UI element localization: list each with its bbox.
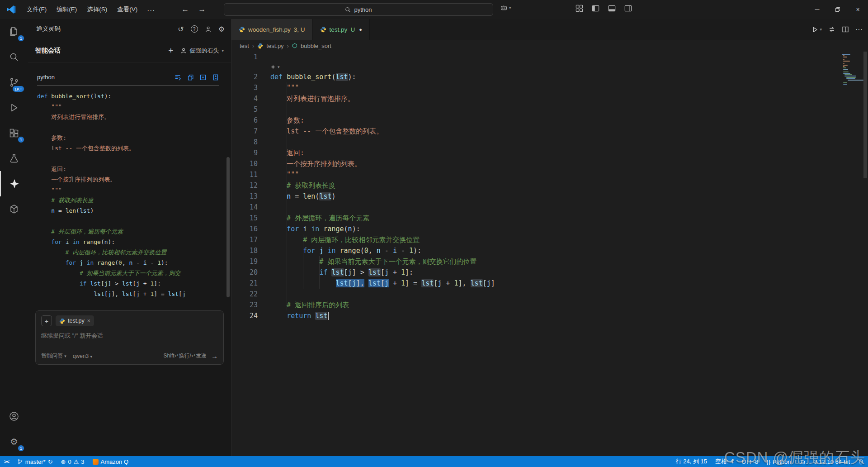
- help-icon[interactable]: ?: [191, 25, 198, 33]
- code-line[interactable]: 11 """: [231, 169, 842, 180]
- encoding-status[interactable]: UTF-8: [737, 456, 762, 467]
- code-line[interactable]: 2def bubble_sort(lst):: [231, 71, 842, 82]
- sidebar-item-run-debug[interactable]: [0, 95, 28, 120]
- copilot-menu[interactable]: ▾: [500, 4, 511, 11]
- code-line[interactable]: 3 """: [231, 82, 842, 93]
- tab-wooden-fish-py[interactable]: wooden_fish.py 3, U: [231, 19, 313, 40]
- dirty-indicator-icon[interactable]: ●: [359, 27, 362, 32]
- code-line[interactable]: 8: [231, 137, 842, 148]
- user-menu[interactable]: 倔强的石头 ▾: [180, 47, 224, 55]
- sidebar-item-testing[interactable]: [0, 146, 28, 171]
- python-interpreter-status[interactable]: 3.12.10 64-bit: [810, 456, 854, 467]
- close-icon[interactable]: ×: [848, 0, 868, 19]
- menu-selection[interactable]: 选择(S): [82, 3, 112, 16]
- amazon-q-status[interactable]: Amazon Q: [89, 456, 132, 467]
- menu-edit[interactable]: 编辑(E): [52, 3, 82, 16]
- restore-icon[interactable]: [827, 0, 848, 19]
- code-line[interactable]: 19 # 如果当前元素大于下一个元素，则交换它们的位置: [231, 256, 842, 267]
- sidebar-item-lingma[interactable]: [0, 171, 28, 196]
- remote-indicator[interactable]: ><: [0, 456, 13, 467]
- code-line[interactable]: 13 n = len(lst): [231, 191, 842, 202]
- code-line[interactable]: 18 for j in range(0, n - i - 1):: [231, 245, 842, 256]
- language-mode-status[interactable]: {} Python: [762, 456, 795, 467]
- code-line[interactable]: 14: [231, 202, 842, 213]
- scrollbar-thumb[interactable]: [863, 52, 867, 178]
- minimize-icon[interactable]: ─: [807, 0, 827, 19]
- toggle-secondary-sidebar-icon[interactable]: [624, 4, 632, 13]
- new-session-icon[interactable]: +: [168, 46, 173, 56]
- code-line[interactable]: 1: [231, 52, 842, 62]
- history-icon[interactable]: ↺: [178, 25, 184, 33]
- tab-smart-session[interactable]: 智能会话: [35, 47, 168, 55]
- breadcrumb-folder[interactable]: test: [240, 43, 249, 49]
- sidebar-item-source-control[interactable]: 1K+: [0, 70, 28, 95]
- notifications-bell[interactable]: [854, 456, 868, 467]
- sidebar-item-remote-explorer[interactable]: [0, 196, 28, 222]
- code-line[interactable]: 23 # 返回排序后的列表: [231, 300, 842, 310]
- chip-close-icon[interactable]: ×: [87, 318, 90, 324]
- minimap[interactable]: [842, 52, 863, 85]
- code-line[interactable]: 24 return lst: [231, 310, 842, 321]
- insert-at-cursor-icon[interactable]: [174, 74, 181, 81]
- add-context-button[interactable]: +: [41, 315, 52, 326]
- chevron-down-icon[interactable]: ▾: [278, 65, 280, 69]
- split-editor-icon[interactable]: [842, 26, 849, 33]
- menu-file[interactable]: 文件(F): [22, 3, 52, 16]
- sidebar-code-lines[interactable]: def bubble_sort(lst): """ 对列表进行冒泡排序。 参数:…: [37, 86, 219, 299]
- code-line[interactable]: 7 lst -- 一个包含整数的列表。: [231, 126, 842, 137]
- code-line[interactable]: 20 if lst[j] > lst[j + 1]:: [231, 267, 842, 278]
- settings-gear-icon[interactable]: ⚙ 1: [0, 429, 28, 454]
- customize-layout-icon[interactable]: [575, 4, 584, 13]
- indentation-status[interactable]: 空格: 4: [711, 456, 737, 467]
- code-line[interactable]: 5: [231, 104, 842, 115]
- toggle-sidebar-icon[interactable]: [591, 4, 600, 13]
- breadcrumb-symbol[interactable]: bubble_sort: [301, 43, 331, 49]
- code-line[interactable]: 15 # 外层循环，遍历每个元素: [231, 213, 842, 224]
- tab-test-py[interactable]: test.py U ●: [313, 19, 370, 40]
- command-center-search[interactable]: python: [224, 3, 493, 16]
- menu-view[interactable]: 查看(V): [112, 3, 142, 16]
- lingma-codelens-icon[interactable]: [270, 64, 276, 70]
- editor-code-area[interactable]: 1 ▾ 2def bubble_sort(lst):3 """4 对列表进行冒泡…: [231, 52, 842, 456]
- diff-file-icon[interactable]: [212, 74, 219, 81]
- more-actions-icon[interactable]: ···: [855, 25, 863, 33]
- panel-settings-icon[interactable]: ⚙: [218, 25, 225, 33]
- toggle-panel-icon[interactable]: [608, 4, 616, 13]
- cursor-position-status[interactable]: 行 24, 列 15: [672, 456, 711, 467]
- feedback-person-icon[interactable]: [205, 26, 212, 33]
- context-chip-testpy[interactable]: test.py ×: [56, 315, 94, 326]
- sidebar-item-explorer[interactable]: 1: [0, 19, 28, 44]
- code-line[interactable]: 17 # 内层循环，比较相邻元素并交换位置: [231, 234, 842, 245]
- code-line[interactable]: 16 for i in range(n):: [231, 224, 842, 234]
- account-icon[interactable]: [0, 404, 28, 429]
- code-line[interactable]: 22: [231, 289, 842, 300]
- code-line[interactable]: 6 参数:: [231, 115, 842, 126]
- mode-select[interactable]: 智能问答 ▾: [41, 352, 66, 360]
- code-line[interactable]: 10 一个按升序排列的列表。: [231, 158, 842, 169]
- new-file-plus-icon[interactable]: [199, 74, 207, 81]
- back-icon[interactable]: ←: [181, 5, 189, 14]
- forward-icon[interactable]: →: [198, 5, 206, 14]
- send-icon[interactable]: →: [211, 352, 218, 360]
- python-icon: [239, 26, 245, 33]
- git-branch-status[interactable]: master* ↻: [13, 456, 57, 467]
- ai-assistant-status[interactable]: [795, 456, 810, 467]
- model-select[interactable]: qwen3 ▾: [73, 353, 92, 359]
- breadcrumb-file[interactable]: test.py: [266, 43, 283, 49]
- copy-icon[interactable]: [187, 74, 194, 81]
- vscode-window: 文件(F) 编辑(E) 选择(S) 查看(V) ··· ← → python ▾: [0, 0, 868, 467]
- code-line[interactable]: 21 lst[j], lst[j + 1] = lst[j + 1], lst[…: [231, 278, 842, 289]
- open-changes-icon[interactable]: [828, 26, 835, 33]
- chat-input-box[interactable]: + test.py × 继续提问或 "/" 新开会话 智能问答 ▾ qwen3 …: [35, 310, 224, 365]
- run-python-button[interactable]: ▾: [811, 26, 822, 33]
- code-line[interactable]: 9 返回:: [231, 148, 842, 158]
- sidebar-scrollbar[interactable]: [226, 157, 230, 297]
- problems-status[interactable]: ⊗ 0 ⚠ 3: [57, 456, 89, 467]
- code-line[interactable]: 4 对列表进行冒泡排序。: [231, 93, 842, 104]
- editor-scrollbar[interactable]: [863, 52, 868, 456]
- menu-more-icon[interactable]: ···: [142, 4, 160, 16]
- sidebar-item-search[interactable]: [0, 44, 28, 70]
- minimap-line: [843, 65, 848, 66]
- code-line[interactable]: 12 # 获取列表长度: [231, 180, 842, 191]
- sidebar-item-extensions[interactable]: 1: [0, 120, 28, 146]
